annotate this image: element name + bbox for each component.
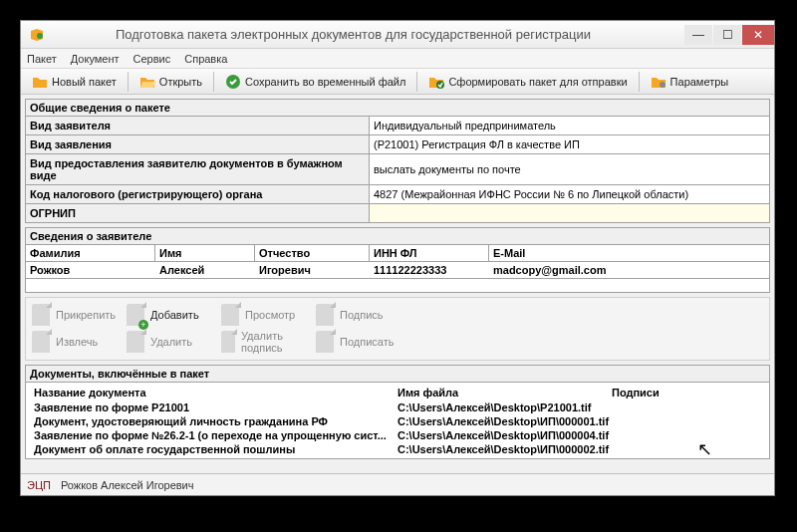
doc-icon	[32, 304, 50, 326]
divider	[213, 72, 214, 92]
titlebar: Подготовка пакета электронных документов…	[21, 21, 774, 49]
document-row[interactable]: Документ, удостоверяющий личность гражда…	[26, 414, 769, 428]
new-package-button[interactable]: Новый пакет	[25, 71, 124, 93]
delivery-label: Вид предоставления заявителю документов …	[26, 154, 370, 185]
applicant-info-header: Сведения о заявителе	[25, 227, 770, 244]
applicant-row[interactable]: Рожков Алексей Игоревич 111122223333 mad…	[25, 262, 770, 279]
application-type-value[interactable]: (Р21001) Регистрация ФЛ в качестве ИП	[370, 135, 770, 154]
applicant-type-value[interactable]: Индивидуальный предприниматель	[370, 117, 770, 135]
content-area: Общие сведения о пакете Вид заявителя Ин…	[21, 95, 774, 473]
col-patronymic: Отчество	[255, 245, 370, 261]
col-surname: Фамилия	[26, 245, 155, 261]
applicant-name: Алексей	[155, 262, 255, 278]
doc-icon	[32, 331, 50, 353]
col-email: E-Mail	[489, 245, 769, 261]
col-doc-sign: Подписи	[612, 387, 761, 399]
applicant-patronymic: Игоревич	[255, 262, 370, 278]
document-actions: Прикрепить + Добавить Просмотр Подпись И…	[25, 297, 770, 361]
status-user: Рожков Алексей Игоревич	[61, 479, 194, 491]
svg-point-0	[37, 33, 43, 39]
document-row[interactable]: Заявление по форме Р21001 C:\Users\Алекс…	[26, 400, 769, 414]
docs-header: Документы, включённые в пакет	[25, 365, 770, 382]
folder-new-icon	[32, 74, 48, 90]
application-type-label: Вид заявления	[26, 135, 370, 154]
signature-button: Подпись	[312, 302, 406, 328]
document-row[interactable]: Заявление по форме №26.2-1 (о переходе н…	[26, 428, 769, 442]
applicant-inn: 111122223333	[370, 262, 489, 278]
divider	[128, 72, 129, 92]
menu-paket[interactable]: Пакет	[27, 53, 57, 65]
menu-help[interactable]: Справка	[184, 53, 227, 65]
col-doc-file: Имя файла	[398, 387, 612, 399]
delivery-value[interactable]: выслать документы по почте	[370, 154, 770, 185]
package-info-header: Общие сведения о пакете	[25, 99, 770, 116]
gear-icon	[651, 74, 666, 90]
close-button[interactable]: ✕	[742, 25, 774, 45]
doc-icon	[221, 304, 239, 326]
add-button[interactable]: + Добавить	[123, 302, 217, 328]
applicant-type-label: Вид заявителя	[26, 117, 370, 135]
applicant-columns: Фамилия Имя Отчество ИНН ФЛ E-Mail	[25, 244, 770, 262]
extract-button: Извлечь	[28, 328, 123, 356]
toolbar: Новый пакет Открыть Сохранить во временн…	[21, 69, 774, 95]
tax-code-value[interactable]: 4827 (Межрайонная ИФНС России № 6 по Лип…	[370, 185, 770, 204]
documents-list[interactable]: Название документа Имя файла Подписи Зая…	[25, 382, 770, 459]
app-window: Подготовка пакета электронных документов…	[20, 20, 775, 496]
app-icon	[29, 27, 45, 43]
doc-icon	[316, 331, 334, 353]
applicant-surname: Рожков	[26, 262, 155, 278]
folder-send-icon	[428, 74, 444, 90]
delete-signature-button: Удалить подпись	[217, 328, 312, 356]
params-button[interactable]: Параметры	[644, 71, 736, 93]
window-title: Подготовка пакета электронных документов…	[53, 27, 683, 42]
svg-point-3	[660, 82, 665, 88]
menubar: Пакет Документ Сервис Справка	[21, 49, 774, 69]
applicant-email: madcopy@gmail.com	[489, 262, 769, 278]
doc-icon	[221, 331, 235, 353]
save-temp-button[interactable]: Сохранить во временный файл	[218, 71, 412, 93]
statusbar: ЭЦП Рожков Алексей Игоревич	[21, 473, 774, 495]
menu-document[interactable]: Документ	[71, 53, 120, 65]
ogrnip-value[interactable]	[370, 204, 770, 223]
delete-button: Удалить	[123, 328, 217, 356]
doc-icon	[127, 331, 144, 353]
col-inn: ИНН ФЛ	[370, 245, 489, 261]
divider	[639, 72, 640, 92]
col-name: Имя	[155, 245, 255, 261]
save-icon	[225, 74, 241, 90]
open-button[interactable]: Открыть	[133, 71, 209, 93]
col-doc-name: Название документа	[34, 387, 398, 399]
doc-add-icon: +	[127, 304, 144, 326]
applicant-blank	[25, 279, 770, 293]
view-button: Просмотр	[217, 302, 312, 328]
minimize-button[interactable]: —	[684, 25, 712, 45]
sign-button: Подписать	[312, 328, 406, 356]
ogrnip-label: ОГРНИП	[26, 204, 370, 223]
doc-columns: Название документа Имя файла Подписи	[26, 385, 769, 400]
attach-button: Прикрепить	[28, 302, 123, 328]
document-row[interactable]: Документ об оплате государственной пошли…	[26, 442, 769, 456]
tax-code-label: Код налогового (регистрирующего) органа	[26, 185, 370, 204]
maximize-button[interactable]: ☐	[713, 25, 741, 45]
menu-service[interactable]: Сервис	[133, 53, 171, 65]
form-packet-button[interactable]: Сформировать пакет для отправки	[421, 71, 634, 93]
doc-icon	[316, 304, 334, 326]
package-info-grid: Вид заявителя Индивидуальный предпринима…	[25, 116, 770, 223]
divider	[416, 72, 417, 92]
ecp-link[interactable]: ЭЦП	[27, 479, 51, 491]
folder-open-icon	[139, 74, 155, 90]
